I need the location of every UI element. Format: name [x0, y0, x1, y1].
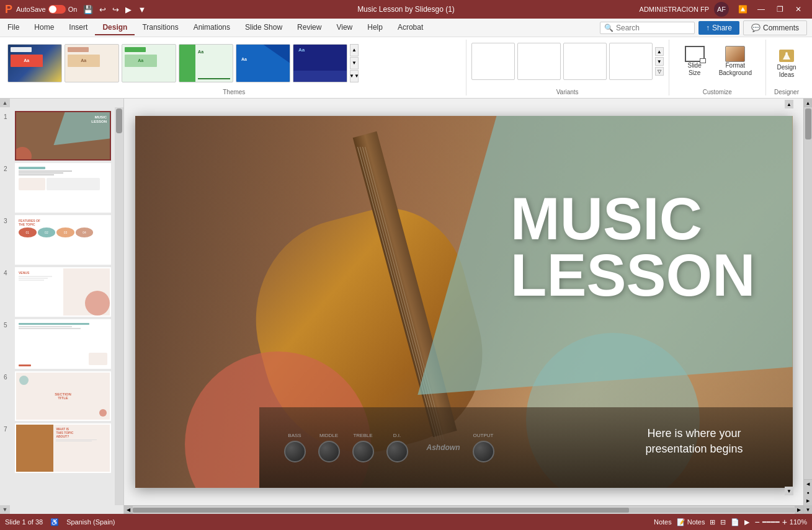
zoom-level[interactable]: 110% [790, 518, 807, 526]
slides-panel-scrollbar[interactable] [115, 107, 123, 505]
slideshow-icon[interactable]: ▶ [744, 518, 749, 526]
tab-insert[interactable]: Insert [61, 20, 95, 35]
reading-view-icon[interactable]: 📄 [731, 518, 739, 526]
slide-thumb-6[interactable]: 6 SECTION TITLE [2, 370, 112, 422]
h-scroll-thumb[interactable] [133, 508, 629, 513]
customize-quick-access-button[interactable]: ▼ [135, 4, 148, 15]
slide-preview-5[interactable] [15, 319, 111, 369]
canvas-scroll-down[interactable]: ▼ [785, 487, 793, 495]
right-arrow-3[interactable]: ▶ [804, 497, 812, 505]
slide-thumb-1[interactable]: 1 MUSICLESSON [2, 110, 112, 162]
tab-animations[interactable]: Animations [186, 20, 238, 35]
variants-scroll-down[interactable]: ▼ [655, 57, 664, 66]
tab-slideshow[interactable]: Slide Show [238, 20, 290, 35]
slide-preview-2[interactable] [15, 163, 111, 213]
slide-thumb-3[interactable]: 3 FEATURES OFTHE TOPIC 01 02 03 04 [2, 214, 112, 266]
variants-scroll-more[interactable]: ▽ [655, 67, 664, 76]
tab-file[interactable]: File [0, 20, 27, 35]
theme-item-5[interactable]: Aa [236, 44, 290, 82]
slides-scroll-down[interactable]: ▼ [0, 505, 10, 514]
slides-list: 1 MUSICLESSON 2 [0, 107, 115, 505]
v-scroll-down[interactable]: ▼ [804, 505, 812, 514]
slide-preview-4[interactable]: VENUS [15, 267, 111, 317]
tab-design[interactable]: Design [95, 20, 135, 35]
autosave-toggle[interactable] [48, 5, 66, 14]
redo-button[interactable]: ↪ [110, 4, 122, 15]
slide-thumb-7[interactable]: 7 WHAT ISTHIS TOPICABOUT? [2, 422, 112, 474]
tab-help[interactable]: Help [360, 20, 390, 35]
zoom-out-button[interactable]: − [754, 517, 759, 527]
slide-number-3: 3 [4, 215, 12, 224]
variant-3[interactable] [563, 43, 607, 80]
slides-scroll-up[interactable]: ▲ [0, 99, 10, 107]
restore-button[interactable]: ❐ [771, 2, 788, 16]
slide-preview-7[interactable]: WHAT ISTHIS TOPICABOUT? [15, 423, 111, 473]
themes-scroll-more[interactable]: ▼▼ [350, 70, 359, 82]
h-scroll-track[interactable] [133, 508, 795, 513]
variant-2[interactable] [517, 43, 561, 80]
theme-item-1[interactable]: Aa [7, 44, 62, 82]
theme-item-3[interactable]: Aa [122, 44, 176, 82]
slide-preview-3[interactable]: FEATURES OFTHE TOPIC 01 02 03 04 [15, 215, 111, 265]
zoom-slider[interactable]: ━━━━ [762, 518, 780, 526]
comments-button[interactable]: 💬 Comments [743, 20, 807, 35]
format-background-button[interactable]: FormatBackground [715, 40, 756, 83]
slide-preview-6[interactable]: SECTION TITLE [15, 371, 111, 421]
themes-scroll-down[interactable]: ▼ [350, 57, 359, 69]
ribbon-collapse-button[interactable]: 🔼 [734, 2, 751, 16]
slide-sorter-icon[interactable]: ⊟ [720, 518, 726, 526]
right-arrow-2[interactable]: ● [804, 488, 812, 497]
tab-transitions[interactable]: Transitions [135, 20, 185, 35]
normal-view-icon[interactable]: ⊞ [710, 518, 715, 526]
status-right: Notes 📝 Notes ⊞ ⊟ 📄 ▶ − ━━━━ + 110% [654, 517, 807, 527]
slide-thumb-2[interactable]: 2 [2, 162, 112, 214]
close-button[interactable]: ✕ [790, 2, 807, 16]
avatar[interactable]: AF [714, 2, 729, 17]
v-scroll-thumb[interactable] [805, 108, 811, 139]
theme-item-2[interactable]: Aa [65, 44, 119, 82]
slides-list-container: 1 MUSICLESSON 2 [0, 107, 123, 505]
slide-thumb-4[interactable]: 4 VENUS [2, 266, 112, 318]
variants-scroll-up[interactable]: ▲ [655, 47, 664, 56]
tab-review[interactable]: Review [290, 20, 329, 35]
present-button[interactable]: ▶ [123, 4, 134, 15]
notes-label[interactable]: 📝 Notes [677, 518, 705, 526]
v-scroll-up[interactable]: ▲ [804, 99, 812, 107]
horizontal-scrollbar[interactable]: ◀ ▶ [124, 505, 803, 514]
language: Spanish (Spain) [66, 518, 115, 526]
variant-4[interactable] [609, 43, 653, 80]
undo-button[interactable]: ↩ [97, 4, 109, 15]
slide-thumb-5[interactable]: 5 [2, 318, 112, 370]
v-scroll-track[interactable] [804, 107, 812, 479]
theme-item-6[interactable]: Aa [293, 44, 347, 82]
search-box[interactable]: 🔍 [600, 22, 695, 34]
tab-acrobat[interactable]: Acrobat [390, 20, 431, 35]
h-scroll-right[interactable]: ▶ [795, 506, 803, 515]
tab-home[interactable]: Home [27, 20, 61, 35]
quick-access-toolbar: 💾 ↩ ↪ ▶ ▼ [81, 4, 148, 15]
search-input[interactable] [616, 24, 690, 32]
slide-canvas: BASS MIDDLE TREBLE [135, 116, 793, 488]
save-button[interactable]: 💾 [81, 4, 96, 15]
zoom-in-button[interactable]: + [782, 517, 787, 527]
notes-button[interactable]: Notes [654, 518, 672, 526]
amp-treble: TREBLE [352, 433, 374, 462]
themes-scroll-up[interactable]: ▲ [350, 44, 359, 56]
right-arrow-1[interactable]: ◀ [804, 479, 812, 488]
accessibility-icon[interactable]: ♿ [50, 518, 59, 526]
share-button[interactable]: ↑ Share [698, 21, 739, 35]
variant-1[interactable] [471, 43, 515, 80]
slides-scrollbar-thumb[interactable] [116, 108, 122, 133]
minimize-button[interactable]: — [752, 2, 770, 16]
tab-view[interactable]: View [329, 20, 360, 35]
canvas-scroll-up[interactable]: ▲ [785, 100, 793, 108]
h-scroll-left[interactable]: ◀ [124, 506, 133, 515]
design-ideas-button[interactable]: DesignIdeas [771, 42, 802, 85]
theme-item-4[interactable]: Aa [179, 44, 233, 82]
slide-preview-1[interactable]: MUSICLESSON [15, 111, 111, 161]
amp-output: OUTPUT [473, 433, 494, 462]
variants-area: ▲ ▼ ▽ [471, 40, 664, 83]
vertical-scrollbar[interactable]: ▲ ◀ ● ▶ ▼ [803, 99, 812, 514]
slide-size-button[interactable]: SlideSize [679, 40, 710, 83]
amp-di: D.I. [386, 433, 408, 462]
